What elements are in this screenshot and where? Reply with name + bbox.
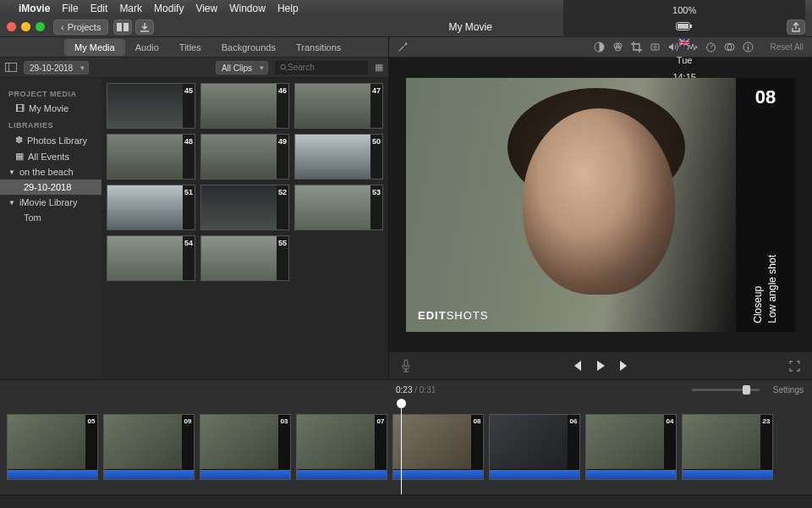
import-button[interactable] xyxy=(135,19,154,35)
voiceover-icon[interactable] xyxy=(401,359,411,373)
sidebar-item-on-the-beach[interactable]: ▼on the beach xyxy=(0,164,102,179)
audio-track[interactable] xyxy=(490,469,579,479)
timeline-clip[interactable]: 04 xyxy=(585,414,677,480)
audio-track[interactable] xyxy=(683,469,772,479)
play-button[interactable] xyxy=(595,360,606,372)
timeline-track[interactable]: 05 09 03 07 08 06 04 23 xyxy=(0,399,812,494)
sidebar-toggle-icon[interactable] xyxy=(5,63,17,72)
clip-number: 45 xyxy=(184,86,193,95)
timeline-clip[interactable]: 23 xyxy=(682,414,773,480)
timeline-clip[interactable]: 07 xyxy=(296,414,387,480)
sidebar-item-imovie-library[interactable]: ▼iMovie Library xyxy=(0,195,102,210)
event-dropdown[interactable]: 29-10-2018 xyxy=(24,61,89,75)
clip-thumbnail[interactable]: 45 xyxy=(107,83,195,129)
clip-number: 07 xyxy=(377,417,385,425)
tab-backgrounds[interactable]: Backgrounds xyxy=(211,39,286,56)
clip-thumbnail[interactable]: 48 xyxy=(107,134,195,179)
svg-rect-8 xyxy=(6,64,17,72)
clip-number: 49 xyxy=(278,137,287,146)
menu-help[interactable]: Help xyxy=(277,3,299,14)
crop-icon[interactable] xyxy=(631,41,642,52)
preview-frame: EDITSHOTS 08 CloseupLow angle shot xyxy=(406,78,795,332)
tab-my-media[interactable]: My Media xyxy=(64,39,125,56)
clip-thumbnail[interactable]: 46 xyxy=(200,83,289,129)
clip-thumbnail[interactable]: 50 xyxy=(294,134,383,179)
svg-rect-16 xyxy=(651,44,659,50)
menu-view[interactable]: View xyxy=(195,3,217,14)
clip-thumbnail[interactable]: 52 xyxy=(200,185,289,230)
app-menu[interactable]: iMovie xyxy=(19,3,50,14)
stabilization-icon[interactable] xyxy=(650,41,661,52)
clip-thumbnail[interactable]: 55 xyxy=(200,235,289,281)
menu-window[interactable]: Window xyxy=(229,3,266,14)
timeline-clip[interactable]: 06 xyxy=(489,414,580,480)
menu-modify[interactable]: Modify xyxy=(154,3,184,14)
share-button[interactable] xyxy=(787,19,805,35)
audio-track[interactable] xyxy=(104,469,194,479)
grid-view-icon[interactable]: ▦ xyxy=(375,62,383,73)
playhead[interactable] xyxy=(401,399,402,494)
audio-track[interactable] xyxy=(8,469,97,479)
shot-label: Low angle shot xyxy=(765,255,780,323)
color-balance-icon[interactable] xyxy=(594,41,605,52)
clip-thumbnail[interactable]: 49 xyxy=(200,134,289,179)
clip-thumbnail[interactable]: 53 xyxy=(294,185,383,230)
sidebar-item-all-events[interactable]: ▦All Events xyxy=(0,148,102,164)
tab-titles[interactable]: Titles xyxy=(169,39,211,56)
timeline-clip[interactable]: 09 xyxy=(103,414,195,480)
sidebar-item-tom[interactable]: Tom xyxy=(0,210,102,225)
search-input[interactable] xyxy=(288,63,363,72)
sidebar-item-photos[interactable]: ✽Photos Library xyxy=(0,132,102,148)
menu-edit[interactable]: Edit xyxy=(91,3,108,14)
color-correction-icon[interactable] xyxy=(612,41,623,52)
layout-toggle-button[interactable] xyxy=(113,19,132,35)
timeline-clip[interactable]: 03 xyxy=(200,414,291,480)
clip-filter-icon[interactable] xyxy=(724,41,735,52)
timeline-settings-button[interactable]: Settings xyxy=(773,385,804,395)
clips-filter-dropdown[interactable]: All Clips xyxy=(216,61,268,75)
clip-thumbnail[interactable]: 47 xyxy=(294,83,383,129)
audio-track[interactable] xyxy=(200,469,290,479)
sidebar-item-date[interactable]: 29-10-2018 xyxy=(0,179,102,195)
close-button[interactable] xyxy=(7,22,16,31)
audio-track[interactable] xyxy=(297,469,387,479)
clip-thumbnail[interactable]: 51 xyxy=(107,185,195,230)
search-field[interactable] xyxy=(275,61,368,75)
zoom-slider[interactable] xyxy=(692,389,760,391)
next-button[interactable] xyxy=(618,361,630,371)
playhead-time: 0:23 / 0:31 xyxy=(396,385,436,395)
clip-thumbnail[interactable]: 54 xyxy=(107,235,195,281)
timeline-header: 0:23 / 0:31 Settings xyxy=(0,380,812,399)
enhance-icon[interactable] xyxy=(398,41,409,52)
fullscreen-icon[interactable] xyxy=(789,361,800,372)
shot-info-strip: 08 CloseupLow angle shot xyxy=(736,78,795,332)
tab-audio[interactable]: Audio xyxy=(125,39,169,56)
preview-viewer[interactable]: EDITSHOTS 08 CloseupLow angle shot xyxy=(389,58,812,352)
audio-track[interactable] xyxy=(586,469,676,479)
sidebar-item-my-movie[interactable]: 🎞My Movie xyxy=(0,101,102,116)
clip-number: 55 xyxy=(278,239,287,247)
timeline-clip[interactable]: 08 xyxy=(392,414,484,480)
svg-point-22 xyxy=(747,44,749,46)
volume-icon[interactable] xyxy=(668,41,679,52)
minimize-button[interactable] xyxy=(21,22,30,31)
battery-icon[interactable] xyxy=(676,22,693,30)
prev-button[interactable] xyxy=(571,361,583,371)
timeline-clip[interactable]: 05 xyxy=(7,414,98,480)
fullscreen-button[interactable] xyxy=(36,22,45,31)
disclosure-down-icon: ▼ xyxy=(8,168,15,176)
info-icon[interactable] xyxy=(743,41,754,52)
input-flag[interactable]: 🇬🇧 xyxy=(678,37,690,48)
menu-file[interactable]: File xyxy=(62,3,78,14)
zoom-control: Settings xyxy=(692,385,804,395)
svg-point-10 xyxy=(281,64,285,69)
speed-icon[interactable] xyxy=(705,41,716,52)
back-projects-button[interactable]: ‹ Projects xyxy=(53,19,108,35)
sidebar-item-label: 29-10-2018 xyxy=(24,182,71,192)
audio-track[interactable] xyxy=(393,469,483,479)
zoom-thumb[interactable] xyxy=(743,385,750,395)
tab-transitions[interactable]: Transitions xyxy=(286,39,351,56)
flower-icon: ✽ xyxy=(15,135,23,146)
reset-all-button[interactable]: Reset All xyxy=(771,42,804,52)
menu-mark[interactable]: Mark xyxy=(119,3,142,14)
